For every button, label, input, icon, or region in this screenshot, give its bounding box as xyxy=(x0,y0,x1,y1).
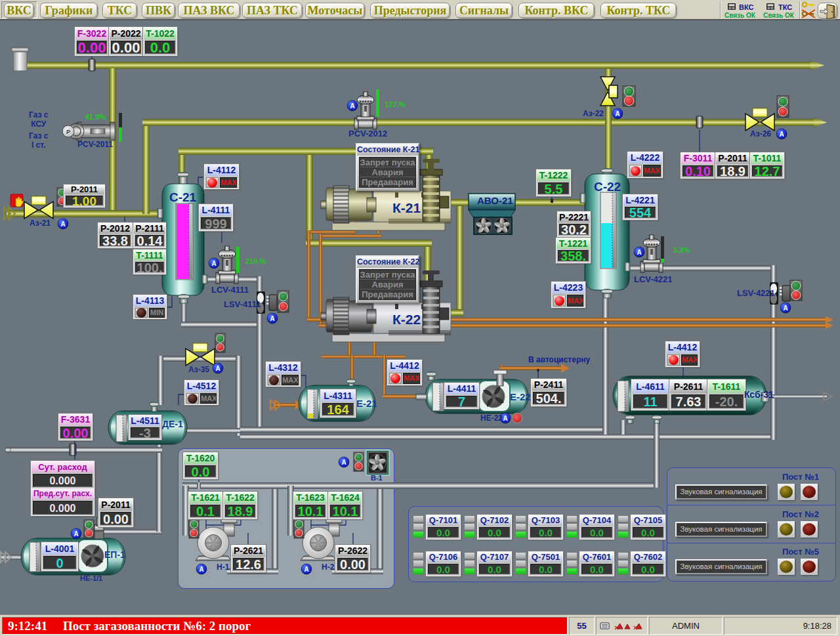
svg-text:A: A xyxy=(350,102,354,110)
svg-text:A: A xyxy=(211,260,216,267)
svg-text:A: A xyxy=(199,566,203,573)
svg-text:A: A xyxy=(615,110,620,117)
svg-text:A: A xyxy=(304,566,308,573)
svg-text:A: A xyxy=(637,249,641,256)
svg-text:A: A xyxy=(779,131,784,138)
svg-text:A: A xyxy=(503,415,507,422)
svg-text:P: P xyxy=(66,129,70,135)
svg-text:A: A xyxy=(60,221,65,228)
svg-text:A: A xyxy=(74,530,78,538)
svg-text:A: A xyxy=(270,315,274,322)
svg-text:A: A xyxy=(783,305,788,312)
svg-text:A: A xyxy=(215,365,220,372)
svg-text:A: A xyxy=(341,459,346,466)
